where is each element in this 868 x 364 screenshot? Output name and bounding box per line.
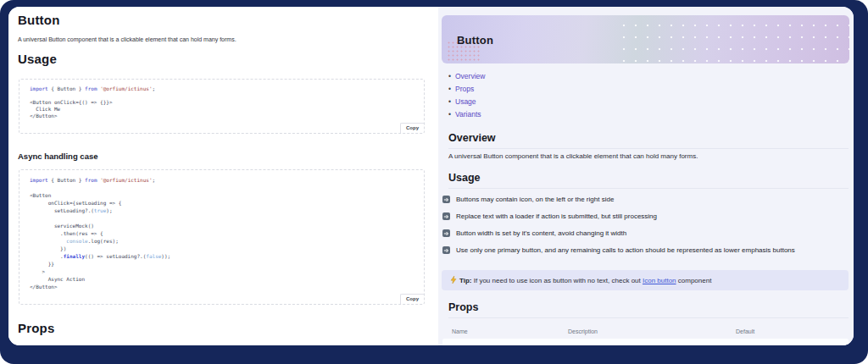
dot-pattern-bottom <box>442 56 849 63</box>
usage-item-text: Use only one primary button, and any rem… <box>456 246 795 254</box>
tip-callout: Tip: If you need to use icon as button w… <box>442 270 849 290</box>
usage-list-item: Buttons may contain icon, on the left or… <box>442 196 849 203</box>
docs-panel: Button A universal Button component that… <box>8 7 438 345</box>
page-description: A universal Button component that is a c… <box>18 36 425 43</box>
arrow-right-icon <box>442 229 450 237</box>
screenshot-canvas: Button A universal Button component that… <box>0 0 868 364</box>
tip-label: Tip: <box>459 277 472 284</box>
page-title: Button <box>18 14 425 27</box>
usage-item-text: Replace text with a loader if action is … <box>456 212 657 220</box>
preview-panel: Button OverviewPropsUsageVariants Overvi… <box>438 7 854 345</box>
divider <box>448 188 849 189</box>
toc-item: Variants <box>448 108 849 121</box>
usage-item-text: Buttons may contain icon, on the left or… <box>456 196 614 203</box>
toc-link-props[interactable]: Props <box>455 85 474 93</box>
column-header-name: Name <box>452 328 568 335</box>
divider <box>448 317 849 318</box>
toc-link-usage[interactable]: Usage <box>455 97 476 106</box>
usage-item-text: Button width is set by it's content, avo… <box>456 229 626 237</box>
toc-link-variants[interactable]: Variants <box>455 110 481 119</box>
tip-text-after: component <box>676 277 712 284</box>
code-content: import { Button } from '@orfium/ictinus'… <box>30 85 419 119</box>
usage-heading: Usage <box>18 52 425 66</box>
tip-text-before: If you need to use icon as button with n… <box>472 277 643 284</box>
arrow-right-icon <box>442 212 450 220</box>
hero-banner: Button <box>442 15 849 63</box>
lightning-icon <box>450 276 457 284</box>
code-block-basic: import { Button } from '@orfium/ictinus'… <box>19 79 425 134</box>
toc-list: OverviewPropsUsageVariants <box>442 70 849 121</box>
icon-button-link[interactable]: Icon button <box>643 277 676 284</box>
code-block-async: import { Button } from '@orfium/ictinus'… <box>19 169 425 305</box>
usage-list-item: Replace text with a loader if action is … <box>442 212 849 220</box>
props-table-header: NameDescriptionDefault <box>452 328 849 335</box>
toc-link-overview[interactable]: Overview <box>455 72 485 80</box>
toc-item: Overview <box>448 70 849 83</box>
overview-text: A universal Button component that is a c… <box>448 152 849 161</box>
arrow-right-icon <box>442 196 450 203</box>
column-header-description: Description <box>568 328 736 335</box>
app-frame: Button A universal Button component that… <box>0 0 868 364</box>
usage-list: Buttons may contain icon, on the left or… <box>442 196 849 254</box>
props-heading-left: Props <box>18 322 425 335</box>
copy-button[interactable]: Copy <box>400 123 424 133</box>
copy-button[interactable]: Copy <box>400 294 424 304</box>
async-case-heading: Async handling case <box>18 152 425 161</box>
props-table-row <box>442 339 849 345</box>
usage-list-item: Use only one primary button, and any rem… <box>442 246 849 254</box>
overview-heading: Overview <box>448 132 849 144</box>
toc-item: Usage <box>448 96 849 108</box>
page-container: Button A universal Button component that… <box>8 7 854 345</box>
arrow-right-icon <box>442 246 450 254</box>
toc-item: Props <box>448 83 849 96</box>
code-content: import { Button } from '@orfium/ictinus'… <box>30 176 419 290</box>
usage-list-item: Button width is set by it's content, avo… <box>442 229 849 237</box>
usage-heading-right: Usage <box>448 172 849 184</box>
hero-title: Button <box>457 33 493 46</box>
props-heading-right: Props <box>448 301 849 313</box>
column-header-default: Default <box>736 328 849 335</box>
divider <box>448 148 849 149</box>
